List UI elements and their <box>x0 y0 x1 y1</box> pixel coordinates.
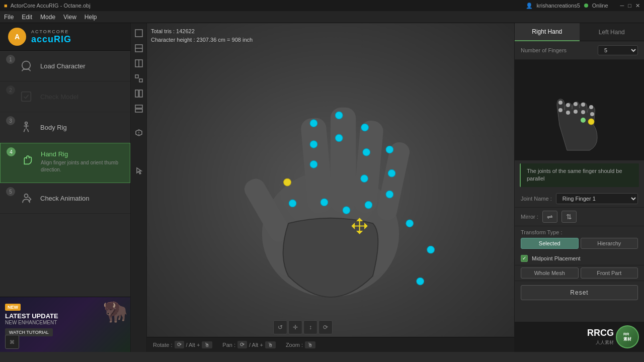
title-text: ActorCore AccuRIG - Octane.obj <box>11 3 91 9</box>
tool-cube[interactable] <box>133 127 145 139</box>
hand-preview-svg <box>539 65 620 155</box>
step-3-body-rig[interactable]: 3 Body Rig <box>0 112 130 143</box>
tool-pointer[interactable] <box>133 165 145 177</box>
reset-button[interactable]: Reset <box>521 285 638 300</box>
tab-right-hand[interactable]: Right Hand <box>515 23 580 41</box>
promo-character: 🦬 <box>103 300 128 323</box>
step-4-icon <box>18 150 36 168</box>
bottom-toolbar: ↺ ✛ ↕ ⟳ <box>273 320 333 334</box>
step-2-check-model[interactable]: 2 Check Model <box>0 81 130 112</box>
menu-file[interactable]: File <box>4 14 14 21</box>
tool-box1[interactable] <box>133 42 145 54</box>
menu-edit[interactable]: Edit <box>22 14 32 21</box>
joint-index-tip <box>310 120 317 127</box>
fingers-label: Number of Fingers <box>521 47 594 53</box>
refresh-tool[interactable]: ⟳ <box>318 320 333 334</box>
window-title: ■ ActorCore AccuRIG - Octane.obj <box>4 3 91 9</box>
tool-box5[interactable] <box>133 103 145 115</box>
promo-new-badge: NEW <box>5 304 21 311</box>
logo-bottom: accuRIG <box>31 34 71 45</box>
joint-ring-mid <box>363 148 370 156</box>
logo-icon: A <box>8 28 26 46</box>
menu-mode[interactable]: Mode <box>40 14 55 21</box>
joint-ring-base <box>361 175 368 183</box>
mirror-btn-1[interactable]: ⇌ <box>542 211 557 223</box>
svg-point-23 <box>566 103 570 107</box>
hand-tabs: Right Hand Left Hand <box>515 23 644 41</box>
svg-point-31 <box>581 118 586 123</box>
viewport[interactable]: Total tris : 142622 Character height : 2… <box>147 23 514 352</box>
mirror-label: Mirror : <box>521 214 538 220</box>
svg-rect-0 <box>22 92 31 102</box>
joint-index-base <box>310 161 317 168</box>
close-btn[interactable]: ✕ <box>635 3 640 9</box>
maximize-btn[interactable]: □ <box>628 3 631 9</box>
tool-box4[interactable] <box>133 87 145 100</box>
mirror-btn-2[interactable]: ⇅ <box>561 211 577 223</box>
svg-point-32 <box>588 119 594 125</box>
transform-buttons: Selected Hierarchy <box>521 238 638 249</box>
user-info: 👤 krishancreations5 Online ─ □ ✕ <box>526 3 640 9</box>
tab-left-hand[interactable]: Left Hand <box>580 23 645 41</box>
joint-name-label: Joint Name : <box>521 196 552 202</box>
tool-box2[interactable] <box>133 57 145 69</box>
tool-box3[interactable] <box>133 72 145 84</box>
joint-name-select[interactable]: Ring Finger 1 Ring Finger 2 Ring Finger … <box>556 193 638 204</box>
joint-middle-tip <box>335 112 343 119</box>
menubar: File Edit Mode View Help <box>0 11 644 23</box>
midpoint-checkbox[interactable] <box>521 255 528 262</box>
tool-select[interactable] <box>133 27 145 39</box>
step-4-hand-rig[interactable]: 4 Hand Rig Align finger joints and orien… <box>0 143 130 183</box>
svg-point-27 <box>581 103 585 107</box>
minimize-btn[interactable]: ─ <box>620 3 624 9</box>
step-3-label: Body Rig <box>40 124 124 131</box>
pan-tool[interactable]: ✛ <box>288 320 302 334</box>
viewport-bg: Total tris : 142622 Character height : 2… <box>147 23 514 352</box>
username: krishancreations5 <box>537 3 580 9</box>
app-icon: ■ <box>4 3 8 9</box>
joint-pinky-mid <box>388 169 395 177</box>
midpoint-label: Midpoint Placement <box>532 255 581 261</box>
front-part-btn[interactable]: Front Part <box>581 267 638 279</box>
pan-nav: Pan : ⟳ / Alt + 🖱 <box>222 341 276 348</box>
menu-help[interactable]: Help <box>85 14 97 21</box>
step-5-label: Check Animation <box>40 195 124 202</box>
rotate-tool[interactable]: ↺ <box>273 320 287 334</box>
joint-thumb-tip <box>284 178 291 186</box>
step-1-load-character[interactable]: 1 Load Character <box>0 51 130 81</box>
svg-point-25 <box>574 102 578 106</box>
joint-middle-mid <box>335 134 343 142</box>
logo-top: actorcore <box>31 29 71 34</box>
promo-banner[interactable]: NEW LATEST UPDATE NEW ENHANCEMENT WATCH … <box>0 297 130 352</box>
svg-point-26 <box>574 110 578 114</box>
svg-point-22 <box>558 108 562 112</box>
svg-rect-9 <box>139 79 142 82</box>
scale-tool[interactable]: ↕ <box>303 320 317 334</box>
step-1-icon <box>17 57 35 75</box>
rotate-nav: Rotate : ⟳ / Alt + 🖱 <box>153 341 212 348</box>
svg-rect-17 <box>331 108 356 213</box>
transform-hierarchy-btn[interactable]: Hierarchy <box>581 238 638 249</box>
menu-view[interactable]: View <box>63 14 76 21</box>
promo-subtitle: NEW ENHANCEMENT <box>5 320 58 325</box>
hand-preview <box>515 60 644 160</box>
logo-text: actorcore accuRIG <box>31 29 71 45</box>
svg-rect-8 <box>135 75 138 78</box>
joint-index-mid <box>310 141 317 148</box>
right-panel: Right Hand Left Hand Number of Fingers 5… <box>514 23 644 352</box>
status-text: Online <box>592 3 608 9</box>
svg-point-29 <box>589 105 593 109</box>
fingers-select[interactable]: 5 4 3 2 <box>598 45 638 55</box>
step-5-check-animation[interactable]: 5 Check Animation <box>0 183 130 214</box>
info-text: The joints of the same finger should be … <box>527 168 622 182</box>
step-2-content: Check Model <box>40 93 124 101</box>
transform-selected-btn[interactable]: Selected <box>521 238 579 249</box>
joint-thumb-base <box>289 200 296 207</box>
step-5-num: 5 <box>6 187 15 196</box>
whole-mesh-btn[interactable]: Whole Mesh <box>521 267 579 279</box>
step-1-label: Load Character <box>40 62 124 70</box>
step-2-num: 2 <box>6 85 15 95</box>
step-1-num: 1 <box>6 55 15 64</box>
step-1-content: Load Character <box>40 62 124 70</box>
joint-palm-3 <box>365 201 372 209</box>
